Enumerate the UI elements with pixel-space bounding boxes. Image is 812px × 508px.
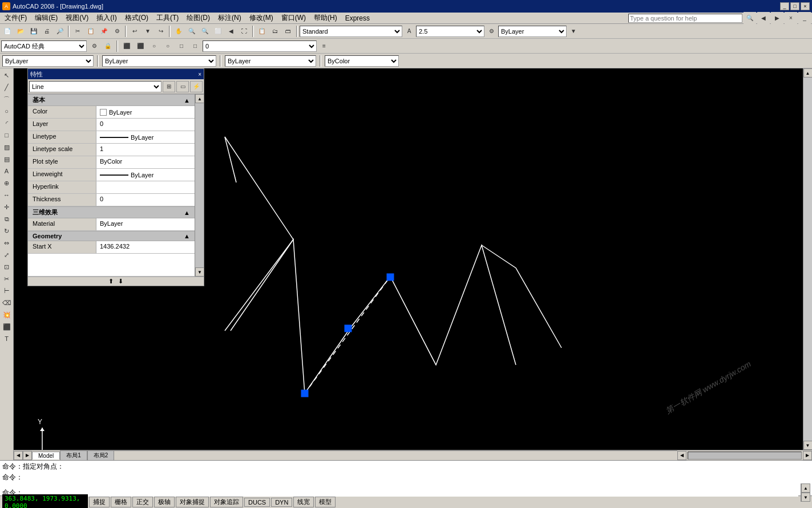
layer-manager-btn[interactable]: ≡: [318, 40, 330, 52]
menu-help[interactable]: 帮助(H): [310, 13, 341, 23]
section-geometry-header[interactable]: Geometry ▲: [28, 231, 195, 241]
undo-btn[interactable]: ↩: [128, 25, 141, 38]
cut-btn[interactable]: ✂: [71, 25, 84, 38]
object-type-combo[interactable]: Line: [29, 81, 161, 92]
linetype-combo[interactable]: ByLayer: [102, 55, 216, 67]
text-edit-btn[interactable]: A: [403, 25, 415, 38]
properties-btn[interactable]: 📋: [256, 25, 268, 38]
zoom-in-btn[interactable]: 🔍: [185, 25, 198, 38]
scroll-down-btn[interactable]: ▼: [803, 441, 813, 450]
lineweight-value[interactable]: ByLayer: [96, 169, 195, 181]
help-nav2-btn[interactable]: ▶: [771, 12, 783, 25]
polyline-btn[interactable]: ⌒: [1, 94, 13, 105]
save-btn[interactable]: 💾: [27, 25, 40, 38]
panel-scrollbar[interactable]: ▲ ▼: [195, 94, 204, 277]
menu-dimension[interactable]: 标注(N): [215, 13, 245, 23]
ducs-btn[interactable]: DUCS: [244, 498, 270, 507]
workspace-settings-btn[interactable]: ⚙: [88, 40, 100, 52]
osnap-btn[interactable]: 对象捕捉: [176, 497, 209, 507]
layout1-tab[interactable]: 布局1: [60, 450, 87, 460]
color-combo[interactable]: ByLayer: [2, 55, 94, 67]
help-minimize-btn[interactable]: _: [798, 12, 811, 25]
menu-insert[interactable]: 插入(I): [93, 13, 120, 23]
quick-select-btn[interactable]: ⚡: [190, 81, 203, 92]
zoom-out-btn[interactable]: 🔍: [199, 25, 211, 38]
gradient-btn[interactable]: ▤: [1, 153, 13, 165]
hyperlink-value[interactable]: [96, 181, 195, 193]
trim-btn[interactable]: ✂: [1, 273, 13, 285]
layer5-btn[interactable]: □: [175, 40, 188, 52]
material-value[interactable]: ByLayer: [96, 218, 195, 230]
dyn-btn[interactable]: DYN: [271, 498, 292, 507]
text-height-btn[interactable]: ⚙: [485, 25, 498, 38]
insert-btn[interactable]: ⊕: [1, 177, 13, 189]
more-text-btn[interactable]: ▼: [567, 25, 580, 38]
otrack-btn[interactable]: 对象追踪: [210, 497, 243, 507]
section-basic-header[interactable]: 基本 ▲: [28, 94, 195, 106]
help-search-btn[interactable]: 🔍: [744, 12, 756, 25]
print-btn[interactable]: 🖨: [41, 25, 53, 38]
scale-btn[interactable]: ⊡: [1, 261, 13, 273]
plotstyle-value[interactable]: ByColor: [96, 156, 195, 168]
stretch-btn[interactable]: ⤢: [1, 249, 13, 261]
move-btn[interactable]: ✛: [1, 201, 13, 213]
lineweight-combo[interactable]: ByLayer: [225, 55, 316, 67]
grid-btn[interactable]: 栅格: [111, 497, 131, 507]
ortho-btn[interactable]: 正交: [132, 497, 153, 507]
thickness-value[interactable]: 0: [96, 194, 195, 206]
layer6-btn[interactable]: □: [189, 40, 201, 52]
panel-collapse-icon[interactable]: ⬇: [118, 278, 123, 285]
color-value[interactable]: ByLayer: [96, 106, 195, 118]
menu-express[interactable]: Express: [342, 14, 373, 23]
text-color-combo[interactable]: ByLayer: [498, 26, 567, 37]
panel-scroll-up[interactable]: ▲: [195, 94, 204, 103]
workspace-lock-btn[interactable]: 🔒: [102, 40, 114, 52]
menu-draw[interactable]: 绘图(D): [183, 13, 213, 23]
workspace-combo[interactable]: AutoCAD 经典: [1, 40, 87, 52]
print-preview-btn[interactable]: 🔎: [54, 25, 66, 38]
horiz-scroll-right[interactable]: ▶: [803, 451, 812, 460]
polar-btn[interactable]: 极轴: [154, 497, 175, 507]
zoom-window-btn[interactable]: ⬜: [212, 25, 224, 38]
menu-window[interactable]: 窗口(W): [278, 13, 309, 23]
redo-btn[interactable]: ↪: [155, 25, 167, 38]
line-btn[interactable]: ╱: [1, 82, 13, 93]
help-nav-btn[interactable]: ◀: [757, 12, 770, 25]
circle-btn[interactable]: ○: [1, 105, 13, 117]
close-button[interactable]: ×: [801, 2, 810, 10]
scroll-left-btn[interactable]: ◀: [14, 451, 23, 460]
layer-combo[interactable]: 0: [203, 40, 317, 52]
text-style-combo[interactable]: Standard: [300, 26, 402, 37]
scroll-up-btn[interactable]: ▲: [803, 68, 813, 78]
help-close-btn[interactable]: ×: [785, 12, 797, 25]
new-btn[interactable]: 📄: [1, 25, 14, 38]
paste-btn[interactable]: 📌: [98, 25, 110, 38]
help-input[interactable]: [628, 14, 742, 23]
cmd-scroll-down[interactable]: ▼: [801, 493, 810, 502]
hatch-btn[interactable]: ▨: [1, 141, 13, 153]
layer2-btn[interactable]: ⬛: [134, 40, 147, 52]
pan-btn[interactable]: ✋: [172, 25, 185, 38]
menu-file[interactable]: 文件(F): [1, 13, 30, 23]
command-input[interactable]: [25, 489, 798, 497]
rect-btn[interactable]: □: [1, 129, 13, 141]
layer-value[interactable]: 0: [96, 119, 195, 131]
startx-value[interactable]: 1436.2432: [96, 241, 195, 253]
maximize-button[interactable]: □: [790, 2, 799, 10]
minimize-button[interactable]: _: [780, 2, 789, 10]
open-btn[interactable]: 📂: [14, 25, 27, 38]
snap-btn[interactable]: 捕捉: [89, 497, 110, 507]
dim-btn[interactable]: ↔: [1, 189, 13, 201]
copy-tool-btn[interactable]: ⧉: [1, 213, 13, 225]
text-height-combo[interactable]: 2.5: [416, 26, 484, 37]
panel-close-btn[interactable]: ×: [198, 71, 201, 78]
cmd-scroll-up[interactable]: ▲: [801, 483, 810, 493]
model-space-btn[interactable]: 模型: [315, 497, 336, 507]
linetype-value[interactable]: ByLayer: [96, 131, 195, 143]
scroll-right-btn[interactable]: ▶: [23, 451, 32, 460]
mtext-btn[interactable]: T: [1, 333, 13, 344]
menu-tools[interactable]: 工具(T): [153, 13, 182, 23]
zoom-prev-btn[interactable]: ◀: [225, 25, 237, 38]
layout2-tab[interactable]: 布局2: [87, 450, 115, 460]
extend-btn[interactable]: ⊢: [1, 285, 13, 296]
